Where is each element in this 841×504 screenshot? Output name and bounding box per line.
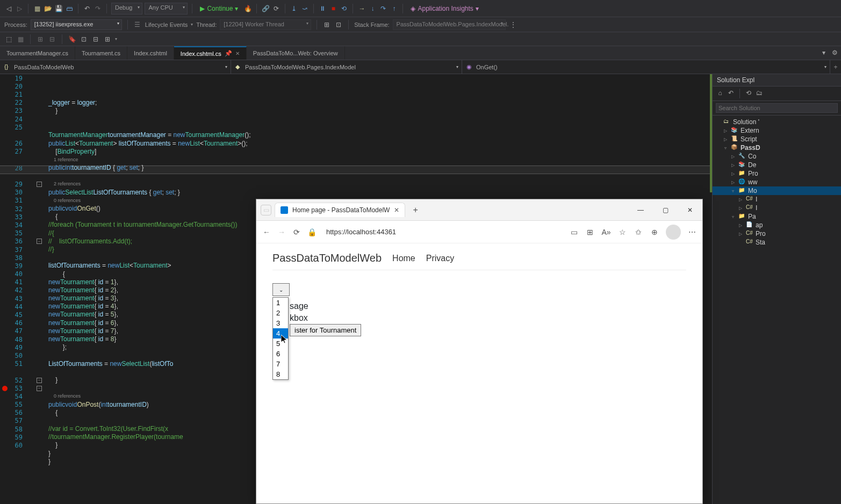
tree-node[interactable]: ▷📚De	[713, 161, 841, 169]
close-window-button[interactable]: ✕	[678, 201, 702, 219]
tree-node[interactable]: ▷📜Script	[713, 135, 841, 143]
save-icon[interactable]: 💾	[54, 4, 63, 13]
config-dropdown[interactable]: Debug	[111, 3, 142, 15]
select-option[interactable]: 6	[273, 349, 288, 359]
nav-back-icon[interactable]: ◁	[4, 4, 13, 13]
nav-fwd-icon[interactable]: ▷	[15, 4, 24, 13]
breadcrumb-add-icon[interactable]: +	[830, 63, 841, 71]
sec-icon2[interactable]: ▦	[16, 35, 25, 44]
addr-icon1[interactable]: ▭	[569, 227, 579, 237]
new-tab-button[interactable]: +	[408, 205, 422, 215]
page-brand[interactable]: PassDataToModelWeb	[272, 252, 382, 264]
forward-icon[interactable]: →	[277, 227, 286, 237]
tab-tournament[interactable]: Tournament.cs	[75, 46, 127, 60]
step-over-icon[interactable]: ⤻	[300, 4, 309, 13]
register-button[interactable]: ister for Tournament	[290, 324, 361, 336]
step-over2-icon[interactable]: ↷	[379, 4, 387, 13]
pause-icon[interactable]: ⏸	[318, 4, 327, 13]
close-icon[interactable]: ✕	[235, 51, 240, 56]
tree-node[interactable]: ▿📁Pa	[713, 212, 841, 221]
breadcrumb-namespace[interactable]: {} PassDataToModelWeb	[0, 60, 231, 74]
tournament-select[interactable]: ⌄	[272, 283, 290, 296]
tab-index-cshtml[interactable]: Index.cshtml	[127, 46, 174, 60]
stackframe-icon[interactable]: ⊞	[322, 20, 331, 29]
open-file-icon[interactable]: 📂	[44, 4, 52, 13]
tree-node[interactable]: ▿📦PassD	[713, 143, 841, 152]
sec-icon4[interactable]: ⊟	[48, 35, 56, 44]
sol-home-icon[interactable]: ⌂	[716, 89, 724, 97]
tree-node[interactable]: ▷📁Pro	[713, 169, 841, 178]
tab-overview[interactable]: PassDataToMo...Web: Overview	[247, 46, 345, 60]
sol-sync-icon[interactable]: ⟲	[744, 89, 753, 97]
tab-dropdown-icon[interactable]: ▾	[820, 48, 828, 57]
sol-refresh-icon[interactable]: 🗂	[755, 89, 764, 97]
tree-node[interactable]: ▷C#Pro	[713, 229, 841, 238]
tab-settings-icon[interactable]: ⚙	[830, 48, 839, 57]
tree-node[interactable]: ▷🔧Co	[713, 152, 841, 161]
stackframe-dropdown[interactable]: PassDataToModelWeb.Pages.IndexModel.	[393, 19, 506, 30]
lifecycle-icon[interactable]: ☰	[133, 20, 142, 29]
tree-node[interactable]: ▿📁Mo	[713, 186, 841, 195]
redo-icon[interactable]: ↷	[94, 4, 102, 13]
overflow-icon[interactable]: ⋮	[509, 20, 517, 29]
new-file-icon[interactable]: ▦	[33, 4, 41, 13]
lock-icon[interactable]: 🔒	[307, 227, 317, 237]
tree-node[interactable]: ▷🌐ww	[713, 178, 841, 186]
next-statement-icon[interactable]: →	[357, 4, 366, 13]
minimize-button[interactable]: —	[628, 201, 653, 219]
url-field[interactable]: https://localhost:44361	[322, 228, 564, 236]
back-icon[interactable]: ←	[262, 227, 271, 237]
hot-reload-icon[interactable]: 🔥	[243, 4, 252, 13]
tree-node[interactable]: ▷C#I	[713, 195, 841, 204]
sol-back-icon[interactable]: ↶	[727, 89, 735, 97]
thread-dropdown[interactable]: [12204] Worker Thread	[220, 19, 311, 30]
favorites-bar-icon[interactable]: ✩	[634, 227, 643, 237]
stop-icon[interactable]: ■	[329, 4, 337, 13]
sec-icon5[interactable]: ⊡	[80, 35, 88, 44]
save-all-icon[interactable]: 🗃	[65, 4, 74, 13]
tree-node[interactable]: 🗂Solution '	[713, 118, 841, 126]
step-into2-icon[interactable]: ↓	[368, 4, 377, 13]
undo-icon[interactable]: ↶	[83, 4, 91, 13]
tree-node[interactable]: C#Sta	[713, 238, 841, 247]
tab-actions-icon[interactable]: ▭	[261, 205, 271, 215]
favorite-icon[interactable]: ☆	[617, 227, 627, 237]
solution-tree[interactable]: 🗂Solution '▷📚Extern▷📜Script▿📦PassD▷🔧Co▷📚…	[713, 116, 841, 504]
tab-index-cshtml-cs[interactable]: Index.cshtml.cs📌✕	[174, 46, 247, 60]
bookmark-icon[interactable]: 🔖	[68, 35, 76, 44]
select-option[interactable]: 1	[273, 298, 288, 308]
select-option[interactable]: 8	[273, 369, 288, 379]
nav-home-link[interactable]: Home	[392, 254, 415, 263]
reload-icon[interactable]: ⟳	[292, 227, 301, 237]
tree-node[interactable]: ▷📚Extern	[713, 126, 841, 135]
browser-viewport[interactable]: PassDataToModelWeb Home Privacy ⌄ sage k…	[256, 243, 702, 503]
maximize-button[interactable]: ▢	[653, 201, 678, 219]
menu-icon[interactable]: ⋯	[687, 227, 697, 237]
profile-avatar[interactable]	[666, 225, 681, 240]
read-aloud-icon[interactable]: A»	[601, 227, 611, 237]
tab-tournamentmanager[interactable]: TournamentManager.cs	[0, 46, 75, 60]
restart-icon[interactable]: ⟲	[340, 4, 348, 13]
browser-link-icon[interactable]: 🔗	[261, 4, 270, 13]
nav-privacy-link[interactable]: Privacy	[426, 254, 454, 263]
refresh-icon[interactable]: ⟳	[272, 4, 281, 13]
step-out-icon[interactable]: ↑	[390, 4, 398, 13]
tree-node[interactable]: ▷📄ap	[713, 221, 841, 229]
app-insights-button[interactable]: ◈ Application Insights ▾	[407, 4, 481, 13]
select-option[interactable]: 7	[273, 359, 288, 369]
tree-node[interactable]: ▷C#I	[713, 204, 841, 212]
sec-icon3[interactable]: ⊞	[36, 35, 45, 44]
sec-icon1[interactable]: ⬚	[4, 35, 13, 44]
sec-icon7[interactable]: ⊞	[103, 35, 112, 44]
browser-tab[interactable]: Home page - PassDataToModelW ✕	[275, 203, 405, 217]
step-into-icon[interactable]: ⤓	[290, 4, 298, 13]
process-dropdown[interactable]: [13252] iisexpress.exe	[31, 19, 122, 30]
close-tab-icon[interactable]: ✕	[394, 206, 399, 214]
collections-icon[interactable]: ⊕	[650, 227, 659, 237]
pin-icon[interactable]: 📌	[225, 50, 232, 57]
addr-icon2[interactable]: ⊞	[585, 227, 595, 237]
breadcrumb-class[interactable]: ◆ PassDataToModelWeb.Pages.IndexModel	[231, 60, 462, 74]
breadcrumb-method[interactable]: ◉ OnGet()	[462, 60, 830, 74]
continue-button[interactable]: ▶ Continue ▾	[197, 4, 241, 13]
select-option[interactable]: 2	[273, 308, 288, 318]
